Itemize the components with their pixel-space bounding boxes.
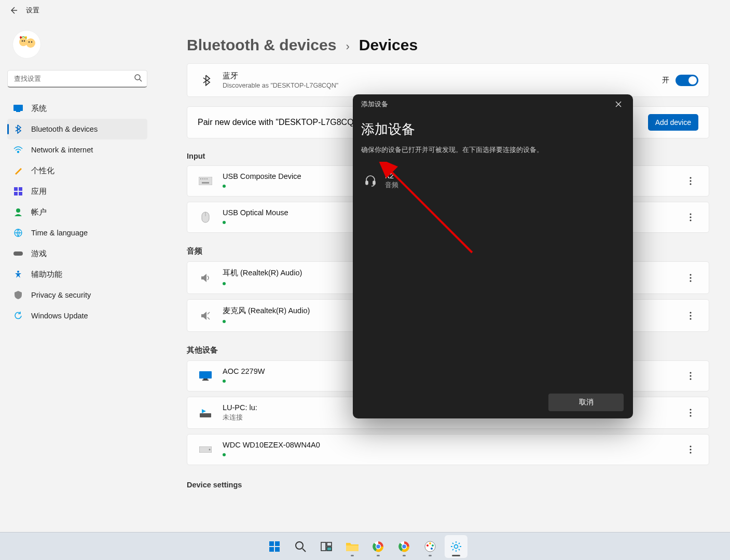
bluetooth-card: 蓝牙 Discoverable as "DESKTOP-L7G8CQN" 开 xyxy=(187,63,709,97)
user-avatar[interactable] xyxy=(12,30,41,59)
sidebar-item-update[interactable]: Windows Update xyxy=(7,305,147,326)
add-device-button[interactable]: Add device xyxy=(648,114,698,131)
window-titlebar: 设置 xyxy=(0,0,730,21)
apps-icon xyxy=(13,187,23,196)
breadcrumb-parent[interactable]: Bluetooth & devices xyxy=(187,36,336,54)
monitor-icon xyxy=(198,368,213,384)
sidebar-item-label: 应用 xyxy=(31,187,47,197)
breadcrumb: Bluetooth & devices › Devices xyxy=(187,36,709,54)
svg-point-20 xyxy=(17,271,19,273)
sidebar-item-network[interactable]: Network & internet xyxy=(7,139,147,160)
status-dot xyxy=(223,282,226,285)
search-input[interactable] xyxy=(7,70,147,88)
svg-rect-15 xyxy=(14,192,18,195)
svg-point-78 xyxy=(431,548,433,550)
sidebar-item-label: Windows Update xyxy=(31,312,88,320)
svg-point-9 xyxy=(135,75,140,80)
svg-rect-69 xyxy=(346,545,359,551)
toggle-label: 开 xyxy=(662,76,669,85)
svg-rect-19 xyxy=(13,251,23,256)
window-title: 设置 xyxy=(26,6,39,15)
chrome-app-2[interactable] xyxy=(393,535,416,558)
sidebar-item-accounts[interactable]: 帐户 xyxy=(7,202,147,222)
svg-point-5 xyxy=(28,41,30,43)
task-view[interactable] xyxy=(315,535,338,558)
settings-app[interactable] xyxy=(445,535,467,558)
mouse-icon xyxy=(198,209,213,225)
svg-point-8 xyxy=(25,36,27,38)
svg-point-51 xyxy=(690,415,691,416)
svg-point-3 xyxy=(21,40,23,41)
bluetooth-icon xyxy=(13,124,23,134)
svg-point-40 xyxy=(690,318,691,319)
pair-text: Pair new device with "DESKTOP-L7G8CQN" xyxy=(198,118,363,127)
sidebar-item-time[interactable]: Time & language xyxy=(7,222,147,243)
sidebar-item-apps[interactable]: 应用 xyxy=(7,181,147,202)
svg-point-37 xyxy=(690,280,691,282)
more-button[interactable] xyxy=(683,368,698,384)
svg-point-32 xyxy=(690,213,691,215)
start-button[interactable] xyxy=(263,535,286,558)
search-icon xyxy=(134,74,143,83)
close-button[interactable] xyxy=(608,96,629,112)
chrome-app[interactable] xyxy=(367,535,390,558)
paint-app[interactable] xyxy=(419,535,442,558)
svg-rect-11 xyxy=(16,111,20,112)
svg-rect-23 xyxy=(202,178,203,179)
svg-rect-66 xyxy=(321,542,326,551)
more-button[interactable] xyxy=(683,270,698,286)
svg-rect-68 xyxy=(327,547,332,551)
sidebar-item-system[interactable]: 系统 xyxy=(7,98,147,119)
svg-point-39 xyxy=(690,315,691,316)
svg-rect-63 xyxy=(269,547,274,552)
more-button[interactable] xyxy=(683,173,698,189)
svg-point-45 xyxy=(690,375,691,376)
cancel-button[interactable]: 取消 xyxy=(548,394,624,411)
status-dot xyxy=(223,221,226,224)
svg-point-33 xyxy=(690,216,691,218)
chevron-right-icon: › xyxy=(346,40,349,53)
headset-icon xyxy=(363,173,378,188)
svg-point-50 xyxy=(690,412,691,413)
svg-point-55 xyxy=(690,449,691,450)
sidebar-item-bluetooth[interactable]: Bluetooth & devices xyxy=(7,119,147,139)
more-button[interactable] xyxy=(683,209,698,225)
sidebar-item-accessibility[interactable]: 辅助功能 xyxy=(7,264,147,285)
sidebar: 系统 Bluetooth & devices Network & interne… xyxy=(7,26,155,326)
bluetooth-toggle[interactable] xyxy=(676,75,698,86)
add-device-modal: 添加设备 添加设备 确保你的设备已打开并可被发现。在下面选择要连接的设备。 K2… xyxy=(353,94,633,418)
svg-rect-21 xyxy=(199,177,212,185)
keyboard-icon xyxy=(198,173,213,189)
bluetooth-title: 蓝牙 xyxy=(223,71,662,81)
svg-rect-62 xyxy=(275,541,280,546)
back-icon[interactable] xyxy=(9,6,18,15)
status-dot xyxy=(223,380,226,383)
sidebar-item-label: 系统 xyxy=(31,104,47,114)
taskbar xyxy=(0,532,730,560)
microphone-icon xyxy=(198,308,213,324)
taskbar-search[interactable] xyxy=(289,535,312,558)
more-button[interactable] xyxy=(683,308,698,324)
found-device-item[interactable]: K2 音频 xyxy=(361,169,625,193)
file-explorer[interactable] xyxy=(341,535,364,558)
svg-point-71 xyxy=(376,544,380,549)
device-row[interactable]: WDC WD10EZEX-08WN4A0 xyxy=(187,434,709,465)
svg-point-77 xyxy=(432,544,434,547)
globe-icon xyxy=(13,228,23,237)
svg-marker-48 xyxy=(202,409,206,413)
more-button[interactable] xyxy=(683,405,698,421)
svg-point-38 xyxy=(690,312,691,313)
update-icon xyxy=(13,311,23,320)
svg-point-34 xyxy=(690,219,691,221)
sidebar-item-personalization[interactable]: 个性化 xyxy=(7,160,147,181)
svg-point-27 xyxy=(690,177,691,178)
found-device-type: 音频 xyxy=(385,180,398,190)
svg-point-76 xyxy=(429,542,431,544)
sidebar-item-gaming[interactable]: 游戏 xyxy=(7,243,147,264)
svg-rect-67 xyxy=(327,542,332,546)
sidebar-item-label: Network & internet xyxy=(31,146,93,154)
svg-point-28 xyxy=(690,180,691,181)
more-button[interactable] xyxy=(683,442,698,457)
shield-icon xyxy=(13,290,23,300)
sidebar-item-privacy[interactable]: Privacy & security xyxy=(7,285,147,305)
